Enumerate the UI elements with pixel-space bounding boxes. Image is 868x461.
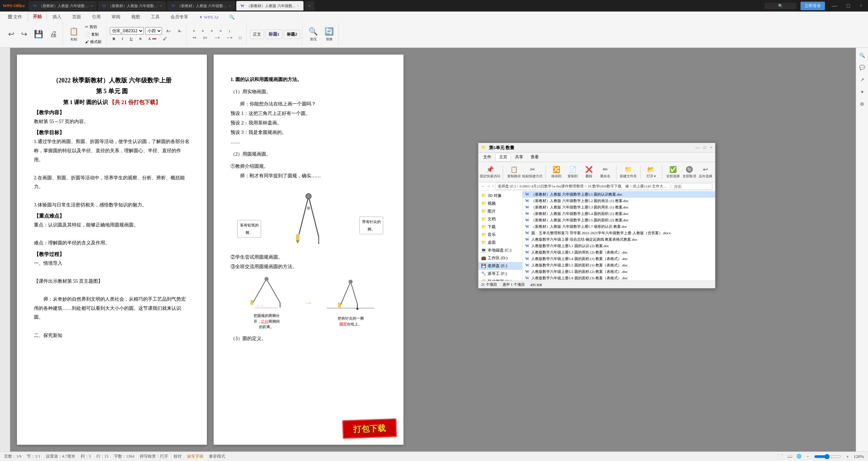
fm-copypath-button[interactable]: 📋 复制路径	[507, 164, 521, 180]
fm-sidebar-downloads[interactable]: 📁 下载	[478, 223, 522, 231]
tab-1[interactable]: W （新教材）人教版 六年级数学上册... ×	[29, 1, 97, 11]
status-warning[interactable]: 缺失字体	[187, 454, 203, 459]
font-size-up[interactable]: A+	[163, 28, 174, 34]
align-right-button[interactable]: ≡	[208, 28, 215, 34]
fm-pasteshortcut-button[interactable]: ✂ 粘贴快捷方式	[524, 164, 541, 180]
doc-page-2[interactable]: 1. 圆的认识和用圆规画圆的方法。 （1）用实物画圆。 师：你能想办法在纸上画一…	[214, 55, 403, 445]
font-size-down[interactable]: A-	[175, 28, 184, 34]
copy-button[interactable]: 📄 复制	[82, 31, 104, 38]
menu-page[interactable]: 页面	[67, 12, 86, 21]
fm-selectall-button[interactable]: ✅ 全部选择	[666, 164, 680, 180]
fm-sidebar-3d[interactable]: 📁 3D 对象	[478, 192, 522, 200]
fm-sidebar-video[interactable]: 📁 视频	[478, 200, 522, 207]
file-item-3[interactable]: W （新教材）人教版 六年级数学上册5.3 圆的周长 (1) 教案.doc	[522, 204, 715, 211]
fm-tab-file[interactable]: 文件	[480, 153, 495, 161]
file-item-10[interactable]: W 人教版数学六年级上册5.3 圆的周长 (2) 教案（表格式）.doc	[522, 249, 715, 256]
tab-2-close[interactable]: ×	[160, 4, 162, 8]
view-read-icon[interactable]: 📖	[787, 454, 792, 459]
replace-button[interactable]: 🔄 替换	[322, 24, 336, 44]
fm-copyto-button[interactable]: 📄 复制到	[566, 164, 579, 180]
file-item-6[interactable]: W （新教材）人教版 六年级数学上册5.7 扇形的认识 教案.doc	[522, 223, 715, 230]
view-normal-icon[interactable]: 📄	[778, 454, 783, 459]
doc-page-1[interactable]: （2022 秋季新教材）人教版 六年级数学上册 第 5 单元 圆 第 1 课时 …	[17, 55, 207, 445]
fm-back-button[interactable]: ←	[481, 184, 485, 189]
justify-button[interactable]: ≡	[217, 28, 224, 34]
tab-new[interactable]: +	[305, 1, 314, 11]
redo-button[interactable]: ↪	[18, 24, 30, 44]
align-left-button[interactable]: ≡	[190, 28, 198, 34]
fm-sidebar-pics[interactable]: 📁 图片	[478, 207, 522, 215]
fm-sidebar-music[interactable]: 📁 音乐	[478, 231, 522, 239]
paste-button[interactable]: 📋 粘贴	[66, 24, 81, 44]
fm-rename-button[interactable]: ✏ 重命名	[598, 164, 612, 180]
file-item-14[interactable]: W 人教版数学六年级上册5.6 圆的面积 (3) 教案（表格式）.doc	[522, 275, 715, 281]
menu-insert[interactable]: 插入	[47, 12, 66, 21]
close-button[interactable]: ×	[857, 2, 865, 9]
file-item-5[interactable]: W （新教材）人教版 六年级数学上册5.5 圆的面积 (2) 教案.doc	[522, 217, 715, 223]
fm-up-button[interactable]: ↑	[492, 184, 494, 189]
heading2-style[interactable]: 标题2	[284, 30, 300, 39]
border-button[interactable]: □	[236, 35, 244, 40]
bold-button[interactable]: B	[110, 36, 118, 41]
strikethrough-button[interactable]: S	[137, 36, 144, 41]
tab-2[interactable]: W （新教材）人教版 六年级数学上册... ×	[98, 1, 166, 11]
tab-1-close[interactable]: ×	[91, 4, 93, 8]
fm-delete-button[interactable]: ❌ 删除	[582, 164, 596, 180]
menu-vip[interactable]: 会员专享	[165, 12, 193, 21]
fm-path[interactable]: 老师盘 (E:) > 0.0001-4月23日数学1e-6e(课件整理整理 > …	[495, 183, 670, 190]
search-bar[interactable]: 🔍	[765, 3, 796, 9]
font-family-select[interactable]: 仿宋_GB2312	[110, 27, 144, 35]
file-item-11[interactable]: W 人教版数学六年级上册5.4 圆的面积 (1) 教案（表格式）.doc	[522, 256, 715, 262]
file-item-13[interactable]: W 人教版数学六年级上册5.5 圆的面积 (2) 教案（表格式）.doc	[522, 268, 715, 275]
undo-button[interactable]: ↩	[5, 24, 17, 44]
fm-sidebar-d[interactable]: 💼 工作区 (D:)	[478, 254, 522, 262]
zoom-level[interactable]: 120%	[854, 454, 864, 459]
file-item-12[interactable]: W 人教版数学六年级上册5.5 圆的面积 (1) 教案（表格式）.doc	[522, 262, 715, 268]
align-center-button[interactable]: ≡	[199, 28, 206, 34]
highlight-button[interactable]: 🖊	[160, 36, 170, 41]
font-color-button[interactable]: A	[145, 36, 159, 41]
maximize-button[interactable]: □	[844, 2, 853, 9]
format-paint-button[interactable]: 🖌 格式刷	[82, 39, 104, 45]
fm-pin-button[interactable]: 📌 固定快速访问	[481, 164, 499, 180]
view-web-icon[interactable]: 🌐	[796, 454, 802, 459]
fm-open-button[interactable]: 📂 打开 ▾	[644, 164, 658, 180]
font-size-select[interactable]: 小四	[145, 27, 162, 35]
line-spacing-button[interactable]: ↕	[226, 28, 233, 34]
file-item-1[interactable]: W （新教材）人教版 六年级数学上册5.1 圆的认识教案.doc	[522, 191, 715, 198]
rs-ai-btn[interactable]: ✦	[857, 87, 867, 97]
fm-close[interactable]: ×	[710, 145, 712, 150]
login-button[interactable]: 立即登录	[801, 2, 825, 10]
fm-newfolder-button[interactable]: 📁 新建文件夹	[620, 164, 636, 180]
rs-comment-btn[interactable]: 💬	[857, 63, 867, 72]
menu-tools[interactable]: 工具	[146, 12, 165, 21]
fm-sidebar-desktop[interactable]: 📁 桌面	[478, 239, 522, 246]
menu-review[interactable]: 审阅	[106, 12, 125, 21]
fm-search-input[interactable]	[672, 183, 712, 189]
rs-settings-btn[interactable]: ⚙	[857, 99, 867, 109]
fm-minimize[interactable]: —	[695, 145, 699, 150]
fm-tab-view[interactable]: 查看	[527, 153, 542, 161]
fm-sidebar-e[interactable]: 💾 老师盘 (E:)	[478, 262, 522, 270]
menu-ref[interactable]: 引用	[87, 12, 106, 21]
print-button[interactable]: 🖨	[47, 24, 60, 44]
file-item-4[interactable]: W （新教材）人教版 六年级数学上册5.4 圆的面积 (1) 教案.doc	[522, 211, 715, 217]
zoom-out-button[interactable]: －	[806, 454, 810, 460]
outdent-button[interactable]: ←≡	[224, 35, 235, 40]
file-item-9[interactable]: W 人教版数学六年级上册5.1 圆的认识 (2) 教案.doc	[522, 243, 715, 249]
menu-wps-ai[interactable]: ✦ WPS AI	[194, 13, 223, 21]
underline-button[interactable]: U	[127, 36, 135, 41]
indent-button[interactable]: →≡	[211, 35, 222, 40]
fm-tab-home[interactable]: 主页	[495, 153, 511, 161]
menu-file[interactable]: ☰ 文件	[3, 12, 27, 21]
fm-sidebar-docs[interactable]: 📁 文档	[478, 215, 522, 223]
file-item-2[interactable]: W （新教材）人教版 六年级数学上册5.2 圆的画法 (1) 教案.doc	[522, 198, 715, 204]
file-item-7[interactable]: W 圆、五单元整理和复习 导学案 2022-2021学年六年级数学上册-人教版（…	[522, 230, 715, 236]
fm-moveto-button[interactable]: 🔀 移动到	[550, 164, 563, 180]
heading1-style[interactable]: 标题1	[265, 29, 283, 39]
menu-search[interactable]: 🔍	[224, 13, 240, 21]
download-badge[interactable]: 打包下载	[342, 418, 397, 439]
tab-4-close[interactable]: ×	[297, 4, 299, 8]
fm-forward-button[interactable]: →	[487, 184, 491, 189]
zoom-slider[interactable]	[814, 454, 841, 459]
